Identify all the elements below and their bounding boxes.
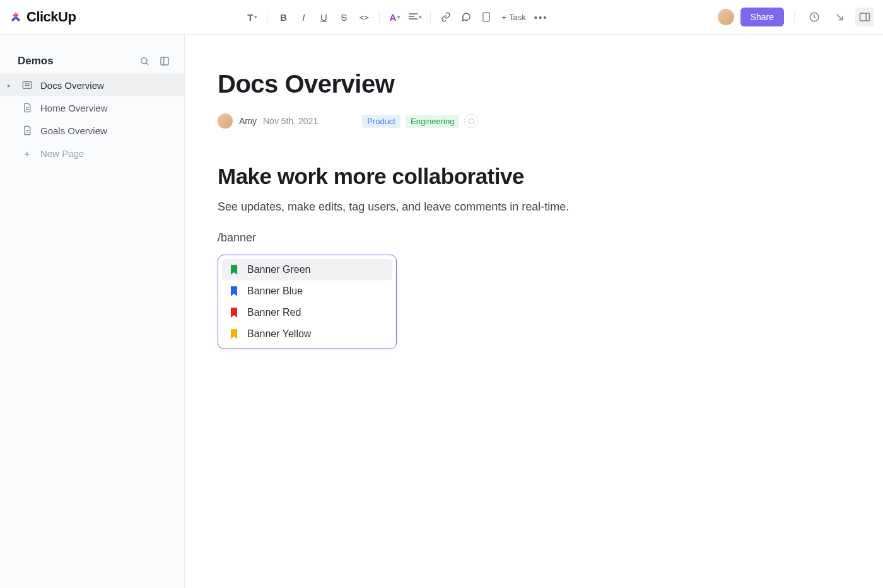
text-style-button[interactable]: T▾: [243, 8, 261, 26]
arrow-down-right-icon: [834, 11, 845, 23]
sidebar-item[interactable]: Home Overview: [0, 96, 184, 119]
comment-button[interactable]: [457, 8, 475, 26]
svg-rect-6: [161, 57, 168, 65]
toolbar-right: Share: [718, 8, 874, 26]
separator: [267, 11, 268, 23]
tag-list: ProductEngineering: [362, 114, 478, 128]
share-button[interactable]: Share: [740, 8, 784, 26]
page-date: Nov 5th, 2021: [263, 116, 318, 126]
bookmark-icon: [230, 285, 238, 297]
chevron-down-icon: ▾: [254, 14, 257, 20]
link-button[interactable]: [437, 8, 455, 26]
sidebar-item[interactable]: ▸Docs Overview: [0, 74, 184, 96]
chevron-down-icon: ▾: [419, 14, 422, 20]
menu-item-label: Banner Yellow: [247, 328, 311, 340]
menu-item-label: Banner Red: [247, 307, 301, 318]
sidebar-title: Demos: [18, 55, 54, 67]
top-toolbar: ClickUp T▾ B I U S <> A▾ ▾ +Task ••• Sha…: [0, 0, 883, 35]
slash-command-menu: Banner GreenBanner BlueBanner RedBanner …: [218, 255, 397, 349]
tag[interactable]: Engineering: [406, 115, 459, 128]
separator: [430, 11, 431, 23]
document-content: Docs Overview Amy Nov 5th, 2021 ProductE…: [185, 35, 883, 588]
bookmark-icon: [230, 328, 238, 340]
new-page-label: New Page: [40, 148, 84, 159]
separator: [794, 11, 795, 23]
collapse-sidebar-button[interactable]: [158, 54, 172, 68]
italic-button[interactable]: I: [295, 8, 312, 26]
align-icon: [409, 13, 418, 21]
section-heading[interactable]: Make work more collaborative: [218, 164, 870, 189]
menu-item[interactable]: Banner Red: [222, 302, 392, 323]
clock-icon: [809, 11, 820, 23]
author-avatar[interactable]: [218, 113, 233, 129]
menu-item-label: Banner Green: [247, 264, 311, 275]
search-button[interactable]: [137, 54, 151, 68]
svg-point-4: [141, 58, 147, 64]
page-icon: [482, 12, 491, 22]
align-button[interactable]: ▾: [406, 8, 424, 26]
add-tag-button[interactable]: [464, 114, 478, 128]
menu-item[interactable]: Banner Blue: [222, 280, 392, 302]
export-button[interactable]: [830, 8, 849, 26]
comment-icon: [461, 12, 471, 22]
section-paragraph[interactable]: See updates, make edits, tag users, and …: [218, 200, 870, 214]
history-button[interactable]: [805, 8, 824, 26]
panel-toggle-button[interactable]: [855, 8, 874, 26]
plus-icon: +: [501, 13, 506, 22]
bookmark-icon: [230, 264, 238, 275]
page-meta: Amy Nov 5th, 2021 ProductEngineering: [218, 113, 870, 129]
sidebar-header: Demos: [0, 49, 184, 74]
more-icon: •••: [534, 12, 548, 23]
more-button[interactable]: •••: [532, 8, 550, 26]
panel-icon: [859, 12, 870, 22]
doc-icon: [21, 125, 33, 136]
doc-icon: [21, 79, 33, 91]
clickup-logo-icon: [9, 10, 23, 24]
link-icon: [441, 12, 451, 22]
toolbar-center: T▾ B I U S <> A▾ ▾ +Task •••: [76, 8, 717, 26]
new-page-button[interactable]: + New Page: [0, 142, 184, 164]
author-name: Amy: [239, 116, 257, 126]
sidebar-item-label: Home Overview: [40, 103, 108, 113]
user-avatar[interactable]: [718, 9, 734, 25]
sidebar-item-label: Goals Overview: [40, 125, 107, 136]
plus-icon: +: [21, 147, 33, 159]
menu-item-label: Banner Blue: [247, 285, 303, 297]
separator: [379, 11, 380, 23]
svg-point-15: [469, 118, 474, 124]
page-title[interactable]: Docs Overview: [218, 70, 870, 98]
bookmark-icon: [230, 307, 238, 318]
menu-item[interactable]: Banner Yellow: [222, 323, 392, 345]
sidebar-item-label: Docs Overview: [40, 80, 104, 91]
menu-item[interactable]: Banner Green: [222, 259, 392, 280]
page-button[interactable]: [477, 8, 495, 26]
tag[interactable]: Product: [362, 115, 401, 128]
bold-button[interactable]: B: [274, 8, 292, 26]
underline-button[interactable]: U: [315, 8, 332, 26]
strikethrough-button[interactable]: S: [335, 8, 353, 26]
chevron-right-icon: ▸: [8, 82, 14, 89]
svg-rect-2: [860, 13, 870, 21]
sidebar-item[interactable]: Goals Overview: [0, 119, 184, 142]
text-color-button[interactable]: A▾: [386, 8, 404, 26]
svg-rect-0: [483, 13, 489, 21]
code-icon: <>: [360, 13, 370, 22]
svg-line-5: [146, 63, 148, 65]
chevron-down-icon: ▾: [397, 14, 401, 20]
search-icon: [139, 56, 149, 66]
doc-icon: [21, 102, 33, 113]
brand-logo[interactable]: ClickUp: [9, 9, 76, 25]
add-task-button[interactable]: +Task: [498, 8, 529, 26]
brand-name: ClickUp: [26, 9, 76, 25]
sidebar-collapse-icon: [160, 56, 170, 66]
tag-icon: [468, 118, 475, 125]
code-button[interactable]: <>: [355, 8, 373, 26]
slash-command-input[interactable]: /banner: [218, 231, 870, 245]
sidebar: Demos ▸Docs OverviewHome OverviewGoals O…: [0, 35, 185, 588]
